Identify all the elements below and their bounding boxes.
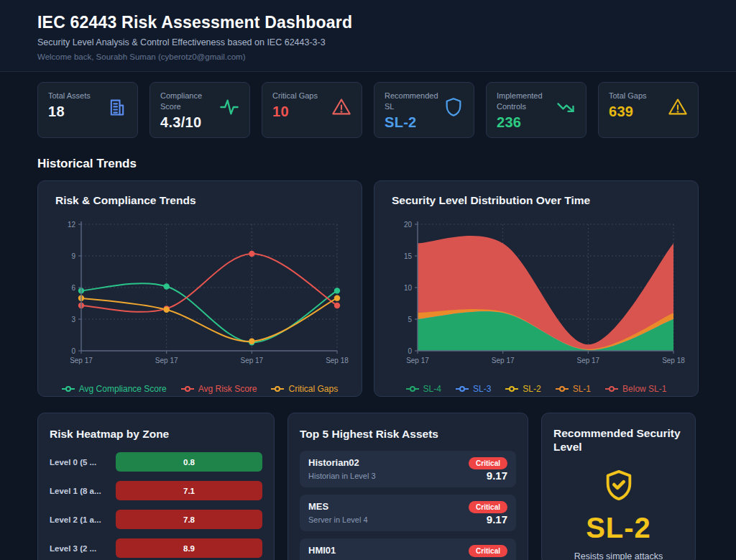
legend-label: SL-4 [423,384,441,394]
legend-label: SL-2 [523,384,540,394]
legend-marker-icon [556,385,569,393]
asset-item-mes: MESServer in Level 4Critical9.17 [300,495,516,531]
building-icon [107,97,127,117]
legend-item-critical-gaps[interactable]: Critical Gaps [271,384,338,394]
asset-item-historian02: Historian02Historian in Level 3Critical9… [300,451,516,487]
x-tick-label: Sep 18 [326,357,349,364]
area-chart[interactable]: 05101520Sep 17Sep 17Sep 17Sep 18 [386,214,686,381]
section-title-historical-trends: Historical Trends [37,157,699,171]
risk-score-bar[interactable]: 7.8 [116,510,262,529]
alert-triangle-icon [331,97,351,117]
heatmap-row: Level 2 (1 a...7.8 [50,510,262,529]
chart-legend: Avg Compliance ScoreAvg Risk ScoreCritic… [50,384,350,394]
risk-score: 9.17 [487,557,507,560]
y-tick-label: 6 [71,284,75,292]
heatmap-rows: Level 0 (5 ...0.8Level 1 (8 a...7.1Level… [50,452,262,560]
legend-item-avg-compliance-score[interactable]: Avg Compliance Score [62,384,167,394]
stat-card-total-gaps: Total Gaps639 [598,82,699,138]
x-tick-label: Sep 17 [70,357,93,364]
line-series[interactable] [81,254,337,312]
legend-item-avg-risk-score[interactable]: Avg Risk Score [181,384,257,394]
y-tick-label: 5 [408,316,412,323]
page-header: IEC 62443 Risk Assessment Dashboard Secu… [0,0,736,72]
legend-marker-icon [605,385,618,393]
shield-icon [443,97,464,117]
y-tick-label: 0 [71,347,75,355]
alert-triangle-icon [668,97,688,117]
y-tick-label: 3 [71,316,75,323]
recommended-sl-panel: Recommended Security Level SL-2 Resists … [541,413,696,560]
heatmap-title: Risk Heatmap by Zone [50,428,262,441]
line-series[interactable] [81,298,337,341]
legend-marker-icon [456,385,469,393]
legend-marker-icon [181,385,194,393]
data-point[interactable] [334,303,340,308]
data-point[interactable] [334,295,340,300]
assets-title: Top 5 Highest Risk Assets [300,428,516,441]
chart-title: Risk & Compliance Trends [50,194,350,207]
legend-item-below-sl-1[interactable]: Below SL-1 [605,384,666,394]
y-tick-label: 10 [404,284,413,292]
data-point[interactable] [249,251,254,257]
legend-label: Below SL-1 [622,384,666,394]
risk-score-bar[interactable]: 0.8 [116,452,262,472]
asset-item-hmi01: HMI01HMI in Level 1Critical9.17 [300,538,516,560]
risk-score-bar[interactable]: 8.9 [116,538,262,558]
trending-down-icon [556,97,576,117]
y-tick-label: 12 [68,221,76,229]
stat-card-compliance-score: Compliance Score4.3/10 [150,82,250,138]
zone-label: Level 0 (5 ... [50,458,116,467]
legend-label: Avg Compliance Score [79,384,167,394]
recommendation-title: Recommended Security Level [553,426,684,454]
recommendation-description: Resists simple attacks [553,551,684,560]
legend-item-sl-2[interactable]: SL-2 [505,384,540,394]
x-tick-label: Sep 17 [576,357,599,364]
y-tick-label: 0 [408,347,412,355]
chart-canvas[interactable]: 05101520Sep 17Sep 17Sep 17Sep 18 [386,214,686,381]
stat-card-implemented-controls: Implemented Controls236 [486,82,586,138]
asset-description: Server in Level 4 [308,515,507,524]
stat-card-total-assets: Total Assets18 [37,82,138,138]
data-point[interactable] [334,288,340,293]
legend-item-sl-4[interactable]: SL-4 [406,384,441,394]
legend-item-sl-3[interactable]: SL-3 [456,384,491,394]
line-series[interactable] [81,283,337,342]
status-badge: Critical [469,501,507,513]
chart-legend: SL-4SL-3SL-2SL-1Below SL-1 [386,384,686,394]
activity-icon [219,97,239,117]
legend-label: Critical Gaps [288,384,338,394]
x-tick-label: Sep 17 [240,357,263,364]
x-tick-label: Sep 17 [406,357,429,364]
bottom-row: Risk Heatmap by Zone Level 0 (5 ...0.8Le… [37,413,699,560]
heatmap-row: Level 0 (5 ...0.8 [50,452,262,472]
risk-compliance-trends-panel: Risk & Compliance Trends 036912Sep 17Sep… [37,180,362,397]
page-subtitle: Security Level Analysis & Control Effect… [37,37,699,47]
x-tick-label: Sep 18 [662,357,685,364]
x-tick-label: Sep 17 [155,357,178,364]
stat-card-recommended-sl: Recommended SLSL-2 [374,82,474,138]
legend-marker-icon [505,385,518,393]
heatmap-row: Level 1 (8 a...7.1 [50,481,262,500]
asset-items: Historian02Historian in Level 3Critical9… [300,451,516,560]
chart-title: Security Level Distribution Over Time [386,194,686,207]
y-tick-label: 20 [404,221,413,229]
asset-description: Historian in Level 3 [308,472,507,480]
data-point[interactable] [249,339,254,344]
chart-canvas[interactable]: 036912Sep 17Sep 17Sep 17Sep 18 [50,214,350,381]
welcome-text: Welcome back, Sourabh Suman (cyberotz0@g… [37,52,699,61]
top-risk-assets-panel: Top 5 Highest Risk Assets Historian02His… [288,413,528,560]
stats-row: Total Assets18Compliance Score4.3/10Crit… [37,82,699,138]
x-tick-label: Sep 17 [492,357,515,364]
legend-item-sl-1[interactable]: SL-1 [556,384,591,394]
legend-label: SL-1 [573,384,591,394]
stat-card-critical-gaps: Critical Gaps10 [262,82,362,138]
recommended-level-value: SL-2 [553,512,684,544]
page-title: IEC 62443 Risk Assessment Dashboard [37,13,699,32]
data-point[interactable] [163,283,169,289]
data-point[interactable] [163,307,169,313]
charts-row: Risk & Compliance Trends 036912Sep 17Sep… [37,180,699,397]
line-chart[interactable]: 036912Sep 17Sep 17Sep 17Sep 18 [50,214,350,381]
risk-score: 9.17 [487,513,507,525]
risk-score-bar[interactable]: 7.1 [116,481,262,500]
zone-label: Level 1 (8 a... [50,487,116,495]
